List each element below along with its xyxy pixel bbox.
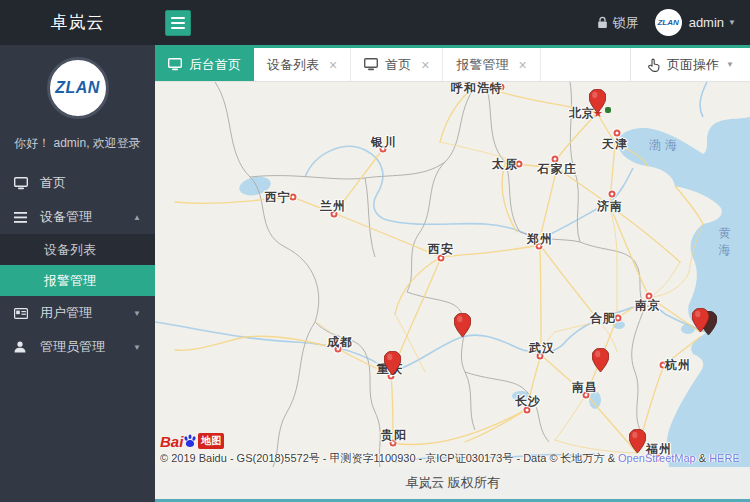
- city-label-南昌: 南昌: [572, 379, 598, 396]
- tab-label: 设备列表: [267, 56, 319, 74]
- sidebar-item-label: 用户管理: [40, 304, 92, 322]
- device-marker-重庆[interactable]: [384, 351, 401, 379]
- submenu: 设备列表报警管理: [0, 234, 155, 296]
- tab-后台首页[interactable]: 后台首页: [155, 48, 254, 81]
- submenu-item-报警管理[interactable]: 报警管理: [0, 265, 155, 296]
- hand-pointer-icon: [647, 58, 660, 72]
- openstreetmap-link[interactable]: OpenStreetMap: [618, 452, 696, 464]
- lock-icon: [597, 16, 608, 29]
- city-label-呼和浩特: 呼和浩特: [451, 82, 503, 97]
- chevron-up-icon: ▲: [133, 213, 141, 222]
- device-marker-上海[interactable]: [692, 308, 709, 336]
- device-marker-北京[interactable]: [589, 89, 606, 117]
- city-label-银川: 银川: [371, 134, 397, 151]
- green-marker-icon: [605, 107, 611, 113]
- chevron-down-icon: ▼: [133, 343, 141, 352]
- tab-label: 后台首页: [189, 56, 241, 74]
- page-actions-button[interactable]: 页面操作 ▼: [630, 48, 750, 81]
- copyright-footer: 卓岚云 版权所有: [155, 467, 750, 502]
- sidebar-logo: ZLAN: [47, 57, 109, 119]
- tab-首页[interactable]: 首页×: [351, 48, 443, 81]
- sidebar-item-管理员管理[interactable]: 管理员管理▼: [0, 330, 155, 364]
- city-label-南京: 南京: [635, 297, 661, 314]
- city-label-济南: 济南: [597, 198, 623, 215]
- city-label-天津: 天津: [602, 136, 628, 153]
- page-actions-label: 页面操作: [667, 56, 719, 74]
- person-icon: [14, 341, 30, 353]
- tab-close-icon[interactable]: ×: [329, 57, 337, 73]
- monitor-icon: [364, 58, 378, 71]
- baidu-map[interactable]: 呼和浩特★北京天津石家庄太原济南郑州西安银川西宁兰州成都重庆贵阳武汉长沙南京合肥…: [155, 82, 750, 467]
- sidebar-item-设备管理[interactable]: 设备管理▲: [0, 200, 155, 234]
- greeting-text: 你好！ admin, 欢迎登录: [0, 135, 155, 152]
- city-label-石家庄: 石家庄: [538, 161, 577, 178]
- sidebar-menu: 首页设备管理▲设备列表报警管理用户管理▼管理员管理▼: [0, 166, 155, 364]
- map-attribution: © 2019 Baidu - GS(2018)5572号 - 甲测资字11009…: [160, 451, 740, 466]
- chevron-down-icon: ▼: [133, 309, 141, 318]
- sidebar: ZLAN 你好！ admin, 欢迎登录 首页设备管理▲设备列表报警管理用户管理…: [0, 45, 155, 502]
- city-label-贵阳: 贵阳: [381, 427, 407, 444]
- city-label-太原: 太原: [492, 156, 518, 173]
- lock-screen-button[interactable]: 锁屏: [597, 14, 639, 32]
- city-dot-济南: [609, 191, 616, 198]
- sidebar-toggle-button[interactable]: [165, 10, 191, 36]
- submenu-item-设备列表[interactable]: 设备列表: [0, 234, 155, 265]
- tab-bar: 后台首页设备列表×首页×报警管理× 页面操作 ▼: [155, 45, 750, 82]
- tab-close-icon[interactable]: ×: [421, 57, 429, 73]
- city-label-西宁: 西宁: [265, 189, 291, 206]
- device-marker-九江[interactable]: [592, 348, 609, 376]
- hamburger-icon: [171, 17, 185, 19]
- list-icon: [14, 212, 30, 223]
- city-label-兰州: 兰州: [320, 198, 346, 215]
- city-label-武汉: 武汉: [529, 340, 555, 357]
- city-label-长沙: 长沙: [515, 393, 541, 410]
- header-right: 锁屏 ZLAN admin ▼: [597, 9, 750, 36]
- sidebar-item-首页[interactable]: 首页: [0, 166, 155, 200]
- monitor-icon: [168, 58, 182, 71]
- baidu-paw-icon: [183, 434, 197, 448]
- sidebar-item-label: 设备管理: [40, 208, 92, 226]
- city-label-合肥: 合肥: [590, 310, 616, 327]
- app-window: 卓岚云 锁屏 ZLAN admin ▼ ZLAN: [0, 0, 750, 502]
- idcard-icon: [14, 308, 30, 319]
- username: admin: [689, 15, 724, 30]
- sidebar-item-用户管理[interactable]: 用户管理▼: [0, 296, 155, 330]
- tab-label: 首页: [385, 56, 411, 74]
- chevron-down-icon: ▼: [726, 60, 734, 69]
- city-label-西安: 西安: [428, 241, 454, 258]
- tab-报警管理[interactable]: 报警管理×: [443, 48, 540, 81]
- city-label-杭州: 杭州: [665, 357, 691, 374]
- sea-label-渤海: 渤海: [649, 137, 681, 154]
- chevron-down-icon: ▼: [728, 18, 736, 27]
- baidu-logo[interactable]: Bai 地图: [160, 432, 224, 450]
- lock-label: 锁屏: [613, 14, 639, 32]
- tab-label: 报警管理: [456, 56, 508, 74]
- device-marker-宜昌[interactable]: [454, 313, 471, 341]
- here-link[interactable]: HERE: [709, 452, 740, 464]
- sea-label-黄海: 黄海: [719, 225, 740, 259]
- city-label-郑州: 郑州: [527, 231, 553, 248]
- sidebar-item-label: 首页: [40, 174, 66, 192]
- user-avatar[interactable]: ZLAN: [655, 9, 682, 36]
- user-menu[interactable]: admin ▼: [689, 15, 736, 30]
- tabs: 后台首页设备列表×首页×报警管理×: [155, 48, 541, 81]
- monitor-icon: [14, 177, 30, 190]
- main-content: 后台首页设备列表×首页×报警管理× 页面操作 ▼: [155, 45, 750, 502]
- tab-设备列表[interactable]: 设备列表×: [254, 48, 351, 81]
- sidebar-item-label: 管理员管理: [40, 338, 105, 356]
- tab-close-icon[interactable]: ×: [518, 57, 526, 73]
- top-header: 卓岚云 锁屏 ZLAN admin ▼: [0, 0, 750, 45]
- city-label-成都: 成都: [327, 334, 353, 351]
- brand-title: 卓岚云: [0, 11, 155, 34]
